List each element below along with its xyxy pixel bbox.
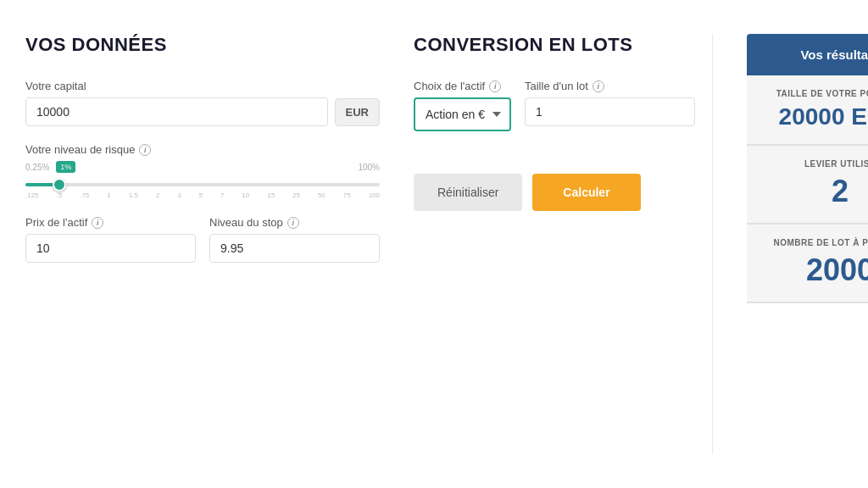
risk-field-group: Votre niveau de risque i 0.25% 1% 100% .…: [25, 143, 380, 199]
main-content: VOS DONNÉES Votre capital EUR Votre nive…: [0, 0, 868, 488]
right-panel: Vos résultats TAILLE DE VOTRE POSITION 2…: [747, 34, 868, 454]
position-card: TAILLE DE VOTRE POSITION 20000 EUR: [747, 75, 868, 146]
risk-slider[interactable]: [25, 183, 380, 186]
risk-percent-low: 0.25%: [25, 163, 49, 172]
lot-size-label: Taille d'un lot i: [525, 80, 695, 92]
reset-button[interactable]: Réinitialiser: [414, 174, 522, 211]
tick-6: 3: [177, 191, 181, 199]
asset-label: Choix de l'actif i: [414, 80, 511, 92]
lever-card: LEVIER UTILISÉ 2: [747, 146, 868, 225]
price-field-col: Prix de l'actif i: [25, 216, 196, 263]
ticks-row: .125 .5 .75 1 1.5 2 3 5 7 10 15 25 50 75: [25, 191, 380, 199]
tick-12: 50: [318, 191, 326, 199]
tick-13: 75: [343, 191, 351, 199]
tick-11: 25: [292, 191, 300, 199]
left-panel: VOS DONNÉES Votre capital EUR Votre nive…: [25, 34, 380, 454]
calculate-button[interactable]: Calculer: [532, 174, 640, 211]
tick-0: .125: [25, 191, 39, 199]
tick-2: .75: [80, 191, 89, 199]
tick-10: 15: [267, 191, 275, 199]
risk-label: Votre niveau de risque i: [25, 143, 380, 156]
price-stop-row: Prix de l'actif i Niveau du stop i: [25, 216, 380, 263]
asset-field: Choix de l'actif i Action en € Forex CFD…: [414, 80, 511, 131]
lot-size-input[interactable]: [525, 97, 695, 126]
middle-section-title: CONVERSION EN LOTS: [414, 34, 695, 56]
lever-title: LEVIER UTILISÉ: [760, 159, 868, 169]
risk-info-icon: i: [139, 144, 151, 156]
tick-5: 2: [156, 191, 159, 199]
stop-input[interactable]: [209, 234, 380, 263]
slider-top-row: 0.25% 1% 100%: [25, 161, 380, 173]
tick-4: 1.5: [129, 191, 138, 199]
price-input[interactable]: [25, 234, 196, 263]
lot-size-field: Taille d'un lot i: [525, 80, 695, 131]
lots-value: 2000: [760, 252, 868, 288]
buttons-row: Réinitialiser Calculer: [414, 174, 695, 211]
position-value: 20000 EUR: [760, 103, 868, 130]
slider-container: 0.25% 1% 100% .125 .5 .75 1 1.5 2 3 5: [25, 161, 380, 199]
lot-size-info-icon: i: [593, 80, 604, 92]
risk-percent-high: 100%: [358, 163, 380, 172]
tick-8: 7: [220, 191, 224, 199]
capital-input[interactable]: [25, 97, 328, 126]
stop-label: Niveau du stop i: [209, 216, 380, 229]
tick-1: .5: [57, 191, 63, 199]
asset-select[interactable]: Action en € Forex CFD Crypto: [414, 97, 511, 131]
capital-row: EUR: [25, 97, 380, 126]
currency-badge: EUR: [335, 98, 380, 126]
price-info-icon: i: [92, 217, 103, 229]
position-title: TAILLE DE VOTRE POSITION: [760, 89, 868, 98]
results-header: Vos résultats: [747, 34, 868, 75]
tick-3: 1: [107, 191, 110, 199]
tick-9: 10: [242, 191, 249, 199]
asset-info-icon: i: [489, 80, 501, 92]
conversion-fields-row: Choix de l'actif i Action en € Forex CFD…: [414, 80, 695, 131]
left-section-title: VOS DONNÉES: [25, 34, 380, 56]
price-label: Prix de l'actif i: [25, 216, 196, 229]
risk-current-bubble: 1%: [56, 161, 75, 173]
lots-card: NOMBRE DE LOT À PRENDRE 2000: [747, 225, 868, 303]
tick-7: 5: [199, 191, 203, 199]
lever-value: 2: [760, 174, 868, 209]
stop-field-col: Niveau du stop i: [209, 216, 380, 263]
middle-panel: CONVERSION EN LOTS Choix de l'actif i Ac…: [414, 34, 713, 454]
capital-field-group: Votre capital EUR: [25, 80, 380, 126]
tick-14: 100: [369, 191, 380, 199]
page-container: VOS DONNÉES Votre capital EUR Votre nive…: [0, 0, 868, 488]
lots-title: NOMBRE DE LOT À PRENDRE: [760, 238, 868, 247]
stop-info-icon: i: [287, 217, 299, 229]
capital-label: Votre capital: [25, 80, 380, 92]
